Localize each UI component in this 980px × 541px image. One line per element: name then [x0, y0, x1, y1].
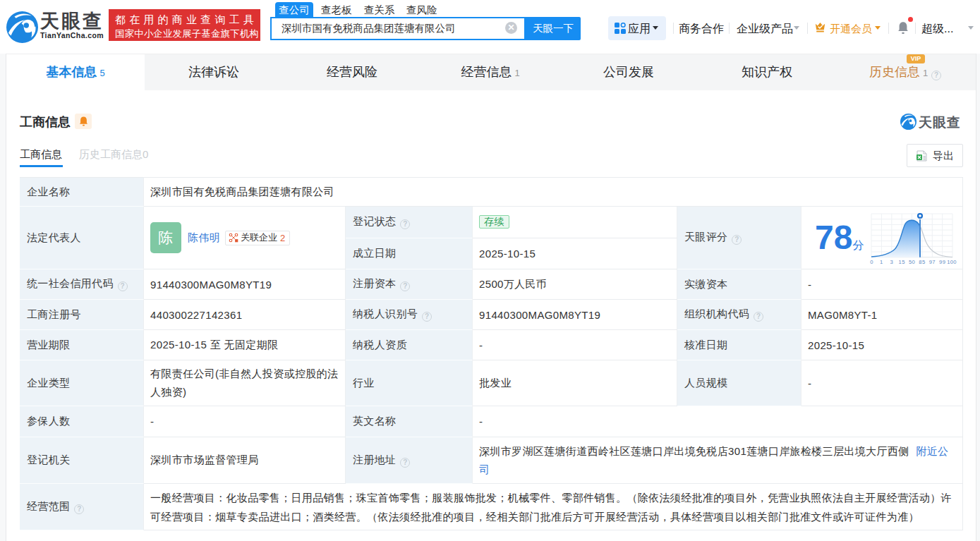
svg-text:100: 100	[947, 259, 957, 265]
svg-text:15: 15	[899, 259, 905, 265]
svg-text:1: 1	[880, 259, 883, 265]
svg-text:97: 97	[929, 259, 936, 265]
svg-text:3: 3	[890, 259, 894, 265]
svg-text:50: 50	[909, 259, 915, 265]
svg-text:99: 99	[939, 259, 945, 265]
svg-text:0: 0	[870, 259, 873, 265]
svg-text:85: 85	[919, 259, 925, 265]
